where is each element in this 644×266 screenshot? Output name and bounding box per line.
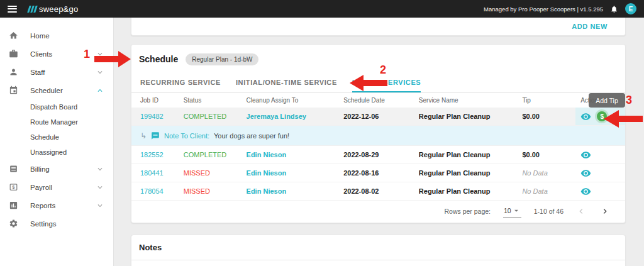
logo-slashes-icon [28, 6, 36, 13]
service-name: Regular Plan Cleanup [419, 169, 523, 177]
notes-title: Notes [131, 235, 625, 260]
sidebar-item-scheduler[interactable]: Scheduler [0, 81, 113, 99]
sidebar-item-label: Payroll [30, 184, 52, 191]
top-card: ADD NEW [131, 18, 626, 36]
settings-icon [9, 219, 19, 228]
annotation-arrow-1 [94, 51, 131, 67]
note-label: Note To Client: [164, 132, 209, 140]
table-header-row: Job IDStatusCleanup Assign ToSchedule Da… [131, 93, 625, 108]
logo-text: sweep&go [39, 4, 78, 14]
sidebar-item-label: Schedule [30, 133, 59, 141]
sidebar-item-label: Unassigned [30, 148, 67, 156]
sidebar-subitem-unassigned[interactable]: Unassigned [0, 145, 113, 160]
job-id-link[interactable]: 182552 [131, 151, 184, 158]
chevron-right-icon [600, 206, 610, 216]
scheduler-icon [9, 86, 19, 95]
chevron-left-icon [576, 206, 586, 216]
reply-arrow-icon: ↳ [140, 131, 147, 140]
job-id-link[interactable]: 178054 [131, 187, 184, 195]
app-logo: sweep&go [28, 4, 78, 14]
sidebar-subitem-schedule[interactable]: Schedule [0, 130, 113, 145]
annotation-number-3: 3 [626, 94, 632, 107]
schedule-date: 2022-08-29 [343, 151, 419, 158]
actions-cell [575, 146, 625, 163]
job-id-link[interactable]: 199482 [131, 113, 184, 120]
sidebar-item-label: Dispatch Board [30, 103, 77, 111]
status-label: COMPLETED [184, 151, 247, 158]
user-avatar[interactable]: E [625, 3, 636, 14]
tab-initial-one-time-service[interactable]: INITIAL/ONE-TIME SERVICE [236, 74, 337, 92]
tip-value: No Data [522, 169, 575, 177]
chevron-down-icon [96, 183, 104, 192]
column-header-tip: Tip [522, 97, 575, 104]
topbar: sweep&go Managed by Pro Pooper Scoopers … [0, 0, 644, 18]
schedule-card: Schedule Regular Plan - 1d-bW RECURRING … [131, 44, 626, 223]
note-text: Your dogs are super fun! [214, 132, 289, 140]
table-row: 180441MISSEDEdin Nieson2022-08-16Regular… [131, 164, 625, 182]
sidebar-item-label: Staff [30, 69, 45, 76]
sidebar-item-settings[interactable]: Settings [0, 214, 113, 233]
chevron-down-icon [96, 165, 104, 174]
sidebar-item-label: Reports [30, 202, 55, 209]
schedule-title: Schedule [139, 54, 178, 64]
sidebar-item-label: Home [30, 32, 50, 40]
add-new-button[interactable]: ADD NEW [572, 23, 608, 30]
eye-icon [580, 111, 591, 122]
add-tip-tooltip: Add Tip [589, 93, 625, 108]
assignee-link[interactable]: Edin Nieson [247, 187, 344, 195]
sidebar-item-billing[interactable]: Billing [0, 160, 113, 178]
actions-cell [575, 182, 625, 200]
sidebar-item-label: Settings [30, 220, 57, 228]
next-page-button[interactable] [600, 206, 610, 216]
sidebar-item-payroll[interactable]: $Payroll [0, 178, 113, 196]
schedule-date: 2022-08-16 [343, 169, 419, 177]
rows-per-page-value: 10 [504, 207, 511, 214]
main-content: ADD NEW Schedule Regular Plan - 1d-bW RE… [114, 18, 644, 266]
pagination: Rows per page: 10 1-10 of 46 [131, 199, 625, 223]
assignee-link[interactable]: Edin Nieson [247, 151, 344, 158]
column-header-cleanup-assign-to: Cleanup Assign To [247, 97, 344, 104]
chevron-down-icon [96, 201, 104, 210]
sidebar-item-label: Scheduler [30, 87, 63, 94]
note-to-client-row: ↳Note To Client:Your dogs are super fun! [131, 126, 625, 146]
column-header-service-name: Service Name [419, 97, 523, 104]
table-row: 199482COMPLETEDJeremaya Lindsey2022-12-0… [131, 108, 625, 126]
sidebar-item-reports[interactable]: Reports [0, 196, 113, 214]
notifications-bell-icon[interactable] [610, 5, 618, 13]
view-details-button[interactable] [580, 168, 591, 179]
column-header-status: Status [184, 97, 247, 104]
view-details-button[interactable] [580, 150, 591, 160]
sidebar-item-label: Billing [30, 165, 50, 173]
table-row: 182552COMPLETEDEdin Nieson2022-08-29Regu… [131, 146, 625, 164]
previous-page-button[interactable] [576, 206, 586, 216]
service-name: Regular Plan Cleanup [419, 151, 523, 158]
actions-cell [575, 164, 625, 182]
status-label: COMPLETED [184, 113, 247, 120]
chevron-up-icon [96, 86, 104, 95]
chevron-down-icon [96, 68, 104, 77]
page-range-label: 1-10 of 46 [534, 208, 564, 215]
eye-icon [580, 150, 591, 160]
sidebar-item-label: Clients [30, 50, 52, 58]
tab-recurring-service[interactable]: RECURRING SERVICE [140, 74, 221, 92]
assignee-link[interactable]: Jeremaya Lindsey [247, 113, 344, 120]
view-details-button[interactable] [580, 111, 591, 122]
clients-icon [9, 49, 19, 58]
service-name: Regular Plan Cleanup [419, 113, 523, 120]
status-label: MISSED [184, 169, 247, 177]
tip-value: $0.00 [522, 151, 575, 158]
managed-by-text: Managed by Pro Pooper Scoopers | v1.5.29… [484, 6, 603, 13]
view-details-button[interactable] [580, 186, 591, 197]
menu-icon[interactable] [8, 6, 17, 13]
sidebar-item-home[interactable]: Home [0, 26, 113, 45]
assignee-link[interactable]: Edin Nieson [247, 169, 344, 177]
schedule-date: 2022-08-02 [343, 187, 419, 195]
staff-icon [9, 67, 19, 77]
sidebar-subitem-route-manager[interactable]: Route Manager [0, 114, 113, 130]
job-id-link[interactable]: 180441 [131, 169, 184, 177]
home-icon [9, 31, 19, 40]
column-header-job-id: Job ID [131, 97, 184, 104]
sidebar-item-label: Route Manager [30, 118, 78, 126]
sidebar-subitem-dispatch-board[interactable]: Dispatch Board [0, 99, 113, 114]
rows-per-page-select[interactable]: 10 [503, 204, 521, 218]
